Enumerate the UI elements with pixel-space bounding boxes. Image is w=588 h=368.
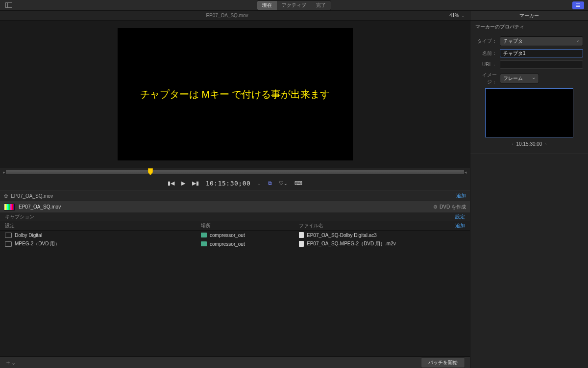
batch-pane: ✿ EP07_OA_SQ.mov 追加 EP07_OA_SQ.mov ⚙DVD … [0, 190, 470, 356]
image-label: イメージ： [475, 72, 497, 85]
caption-settings-link[interactable]: 設定 [455, 213, 465, 220]
marker-name-input[interactable] [500, 49, 583, 57]
table-row[interactable]: Dolby Digital compressor_out EP07_OA_SQ-… [0, 231, 470, 239]
marker-type-select[interactable]: チャプタ [500, 36, 583, 46]
batch-header: ✿ EP07_OA_SQ.mov 追加 [0, 191, 470, 201]
gear-icon: ✿ [4, 193, 8, 199]
view-tabs[interactable]: 現在 アクティブ 完了 [257, 0, 331, 10]
inspector-toggle-icon[interactable]: ☰ [572, 1, 584, 9]
add-icon[interactable]: ＋⌄ [5, 358, 16, 367]
sidebar-toggle-icon[interactable] [4, 1, 14, 9]
top-toolbar: 現在 アクティブ 完了 ☰ [0, 0, 588, 11]
table-row[interactable]: MPEG-2（DVD 用） compressor_out EP07_OA_SQ-… [0, 239, 470, 248]
output-filename: EP07_OA_SQ-Dolby Digital.ac3 [307, 233, 377, 238]
chevron-right-icon[interactable]: › [545, 142, 546, 147]
play-button[interactable]: ▶ [181, 180, 185, 186]
file-icon [299, 241, 304, 247]
chevron-down-icon[interactable]: ⌄ [257, 181, 261, 186]
add-output-link[interactable]: 追加 [445, 222, 465, 229]
inspector-pane: マーカー マーカーのプロパティ タイプ： チャプタ 名前： URL： イメージ：… [470, 11, 588, 368]
timeline-end-icon: ◂ [465, 170, 467, 175]
preview-filename: EP07_OA_SQ.mov [5, 13, 449, 18]
start-batch-button[interactable]: バッチを開始 [421, 357, 465, 368]
file-icon [299, 232, 304, 238]
preview-header: EP07_OA_SQ.mov 41%⌄ [0, 11, 470, 21]
tab-current[interactable]: 現在 [257, 1, 277, 10]
col-filename: ファイル名 [299, 222, 445, 229]
transport-bar: ▮◀ ▶ ▶▮ 10:15:30;00 ⌄ ⧉ ♡⌄ ⌨ [0, 177, 470, 190]
subtitle-overlay: チャプターは Mキー で付ける事が出来ます [140, 88, 330, 101]
folder-icon [201, 241, 207, 246]
timecode-display[interactable]: 10:15:30;00 [206, 180, 251, 187]
marker-thumbnail [485, 88, 573, 137]
type-label: タイプ： [475, 38, 497, 45]
batch-title: EP07_OA_SQ.mov [11, 193, 53, 199]
preset-icon [5, 241, 12, 247]
inspector-title: マーカー [470, 11, 588, 21]
caption-label: キャプション [5, 213, 34, 220]
setting-name: MPEG-2（DVD 用） [15, 240, 60, 247]
tab-active[interactable]: アクティブ [277, 1, 311, 10]
svg-rect-0 [6, 3, 12, 8]
marker-url-input[interactable] [500, 60, 583, 69]
url-label: URL： [475, 61, 497, 68]
caption-icon[interactable]: ⌨ [294, 180, 302, 186]
output-table-head: 設定 場所 ファイル名 追加 [0, 221, 470, 231]
chevron-down-icon: ⌄ [461, 13, 465, 18]
folder-icon [201, 233, 207, 237]
marker-timecode-value: 10:15:30:00 [516, 141, 542, 147]
compare-icon[interactable]: ⧉ [268, 180, 272, 186]
marker-icon[interactable]: ♡⌄ [279, 180, 288, 186]
marker-image-select[interactable]: フレーム [500, 74, 539, 83]
location-name: compressor_out [210, 233, 245, 238]
next-button[interactable]: ▶▮ [192, 180, 199, 186]
job-row[interactable]: EP07_OA_SQ.mov ⚙DVD を作成 [0, 201, 470, 212]
caption-row: キャプション 設定 [0, 212, 470, 221]
job-thumbnail [4, 204, 15, 210]
chapter-marker-icon[interactable] [148, 168, 153, 176]
timeline[interactable]: ▸ ◂ [0, 168, 470, 177]
preview-viewport[interactable]: チャプターは Mキー で付ける事が出来ます [0, 21, 470, 168]
name-label: 名前： [475, 50, 497, 57]
output-filename: EP07_OA_SQ-MPEG-2（DVD 用）.m2v [307, 240, 396, 247]
gear-icon: ⚙ [433, 204, 438, 210]
col-setting: 設定 [5, 222, 201, 229]
video-frame: チャプターは Mキー で付ける事が出来ます [118, 28, 353, 160]
timeline-track[interactable] [5, 170, 465, 175]
marker-timecode[interactable]: ‹ 10:15:30:00 › [475, 139, 583, 149]
zoom-control[interactable]: 41%⌄ [449, 13, 465, 18]
add-job-link[interactable]: 追加 [456, 192, 466, 199]
tab-done[interactable]: 完了 [311, 1, 331, 10]
svg-marker-2 [148, 168, 153, 175]
inspector-section-heading: マーカーのプロパティ [470, 21, 588, 33]
location-name: compressor_out [210, 241, 245, 247]
preset-icon [5, 233, 12, 238]
job-action[interactable]: ⚙DVD を作成 [433, 204, 466, 210]
setting-name: Dolby Digital [15, 233, 42, 238]
chevron-left-icon[interactable]: ‹ [512, 142, 514, 147]
col-location: 場所 [201, 222, 299, 229]
bottom-bar: ＋⌄ バッチを開始 [0, 356, 470, 368]
job-name: EP07_OA_SQ.mov [19, 204, 429, 210]
prev-button[interactable]: ▮◀ [168, 180, 174, 186]
